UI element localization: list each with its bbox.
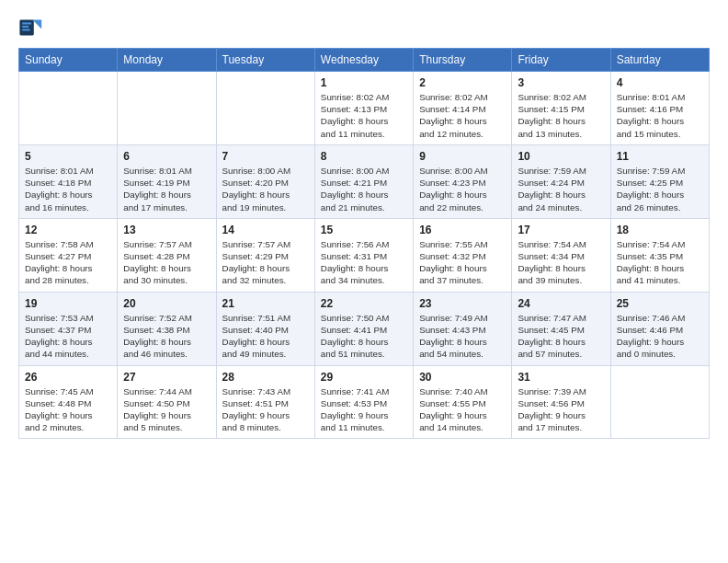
- date-number: 23: [419, 297, 506, 310]
- date-number: 5: [25, 150, 111, 163]
- cell-content: Sunrise: 8:02 AM Sunset: 4:14 PM Dayligh…: [419, 91, 506, 140]
- calendar-cell: [610, 365, 709, 439]
- day-header-monday: Monday: [118, 49, 216, 72]
- cell-content: Sunrise: 7:49 AM Sunset: 4:43 PM Dayligh…: [419, 312, 506, 361]
- date-number: 9: [419, 150, 506, 163]
- date-number: 30: [419, 371, 506, 384]
- cell-content: Sunrise: 7:59 AM Sunset: 4:24 PM Dayligh…: [518, 165, 604, 213]
- cell-content: Sunrise: 7:51 AM Sunset: 4:40 PM Dayligh…: [222, 312, 309, 361]
- date-number: 11: [617, 150, 703, 163]
- calendar-cell: 1Sunrise: 8:02 AM Sunset: 4:13 PM Daylig…: [314, 72, 413, 145]
- date-number: 18: [617, 224, 703, 236]
- svg-rect-3: [22, 29, 29, 30]
- date-number: 1: [321, 76, 407, 89]
- cell-content: Sunrise: 7:56 AM Sunset: 4:31 PM Dayligh…: [321, 238, 407, 287]
- cell-content: Sunrise: 7:55 AM Sunset: 4:32 PM Dayligh…: [419, 238, 506, 287]
- calendar-cell: 20Sunrise: 7:52 AM Sunset: 4:38 PM Dayli…: [118, 292, 216, 365]
- cell-content: Sunrise: 8:00 AM Sunset: 4:21 PM Dayligh…: [321, 165, 407, 213]
- date-number: 3: [518, 76, 604, 89]
- cell-content: Sunrise: 7:47 AM Sunset: 4:45 PM Dayligh…: [518, 312, 604, 361]
- calendar-cell: 11Sunrise: 7:59 AM Sunset: 4:25 PM Dayli…: [610, 144, 709, 218]
- calendar-cell: 28Sunrise: 7:43 AM Sunset: 4:51 PM Dayli…: [216, 365, 314, 439]
- date-number: 15: [321, 224, 407, 236]
- date-number: 13: [123, 224, 210, 236]
- date-number: 6: [123, 150, 210, 163]
- date-number: 4: [617, 76, 703, 89]
- week-row-2: 12Sunrise: 7:58 AM Sunset: 4:27 PM Dayli…: [19, 218, 710, 292]
- calendar-cell: 3Sunrise: 8:02 AM Sunset: 4:15 PM Daylig…: [512, 72, 610, 145]
- logo: [18, 15, 48, 40]
- calendar-cell: 22Sunrise: 7:50 AM Sunset: 4:41 PM Dayli…: [314, 292, 413, 365]
- page: SundayMondayTuesdayWednesdayThursdayFrid…: [0, 0, 728, 563]
- cell-content: Sunrise: 7:57 AM Sunset: 4:29 PM Dayligh…: [222, 238, 309, 287]
- week-row-0: 1Sunrise: 8:02 AM Sunset: 4:13 PM Daylig…: [19, 72, 710, 145]
- cell-content: Sunrise: 7:46 AM Sunset: 4:46 PM Dayligh…: [617, 312, 703, 361]
- calendar-cell: 16Sunrise: 7:55 AM Sunset: 4:32 PM Dayli…: [414, 218, 512, 292]
- day-header-thursday: Thursday: [414, 49, 512, 72]
- cell-content: Sunrise: 7:50 AM Sunset: 4:41 PM Dayligh…: [321, 312, 407, 361]
- svg-rect-1: [22, 22, 31, 24]
- calendar-cell: 21Sunrise: 7:51 AM Sunset: 4:40 PM Dayli…: [216, 292, 314, 365]
- calendar-cell: 19Sunrise: 7:53 AM Sunset: 4:37 PM Dayli…: [19, 292, 118, 365]
- calendar-cell: 29Sunrise: 7:41 AM Sunset: 4:53 PM Dayli…: [314, 365, 413, 439]
- cell-content: Sunrise: 8:01 AM Sunset: 4:19 PM Dayligh…: [123, 165, 210, 213]
- date-number: 31: [518, 371, 604, 384]
- cell-content: Sunrise: 8:00 AM Sunset: 4:20 PM Dayligh…: [222, 165, 309, 213]
- cell-content: Sunrise: 7:43 AM Sunset: 4:51 PM Dayligh…: [222, 385, 309, 434]
- date-number: 27: [123, 371, 210, 384]
- cell-content: Sunrise: 7:59 AM Sunset: 4:25 PM Dayligh…: [617, 165, 703, 213]
- calendar-cell: 10Sunrise: 7:59 AM Sunset: 4:24 PM Dayli…: [512, 144, 610, 218]
- date-number: 14: [222, 224, 309, 236]
- date-number: 10: [518, 150, 604, 163]
- calendar-cell: 4Sunrise: 8:01 AM Sunset: 4:16 PM Daylig…: [610, 72, 709, 145]
- calendar-table: SundayMondayTuesdayWednesdayThursdayFrid…: [18, 48, 710, 439]
- date-number: 7: [222, 150, 309, 163]
- calendar-cell: 9Sunrise: 8:00 AM Sunset: 4:23 PM Daylig…: [414, 144, 512, 218]
- cell-content: Sunrise: 8:00 AM Sunset: 4:23 PM Dayligh…: [419, 165, 506, 213]
- date-number: 22: [321, 297, 407, 310]
- calendar-cell: [118, 72, 216, 145]
- date-number: 12: [25, 224, 111, 236]
- date-number: 16: [419, 224, 506, 236]
- calendar-cell: 7Sunrise: 8:00 AM Sunset: 4:20 PM Daylig…: [216, 144, 314, 218]
- calendar-cell: 14Sunrise: 7:57 AM Sunset: 4:29 PM Dayli…: [216, 218, 314, 292]
- week-row-3: 19Sunrise: 7:53 AM Sunset: 4:37 PM Dayli…: [19, 292, 710, 365]
- date-number: 21: [222, 297, 309, 310]
- date-number: 25: [617, 297, 703, 310]
- date-number: 20: [123, 297, 210, 310]
- week-row-1: 5Sunrise: 8:01 AM Sunset: 4:18 PM Daylig…: [19, 144, 710, 218]
- cell-content: Sunrise: 7:40 AM Sunset: 4:55 PM Dayligh…: [419, 385, 506, 434]
- svg-marker-4: [32, 20, 41, 29]
- day-header-friday: Friday: [512, 49, 610, 72]
- date-number: 2: [419, 76, 506, 89]
- week-row-4: 26Sunrise: 7:45 AM Sunset: 4:48 PM Dayli…: [19, 365, 710, 439]
- calendar-cell: 23Sunrise: 7:49 AM Sunset: 4:43 PM Dayli…: [414, 292, 512, 365]
- date-number: 29: [321, 371, 407, 384]
- day-header-saturday: Saturday: [610, 49, 709, 72]
- calendar-cell: 24Sunrise: 7:47 AM Sunset: 4:45 PM Dayli…: [512, 292, 610, 365]
- calendar-cell: [19, 72, 118, 145]
- date-number: 19: [25, 297, 111, 310]
- calendar-cell: 31Sunrise: 7:39 AM Sunset: 4:56 PM Dayli…: [512, 365, 610, 439]
- calendar-cell: 8Sunrise: 8:00 AM Sunset: 4:21 PM Daylig…: [314, 144, 413, 218]
- calendar-cell: [216, 72, 314, 145]
- day-header-wednesday: Wednesday: [314, 49, 413, 72]
- cell-content: Sunrise: 7:41 AM Sunset: 4:53 PM Dayligh…: [321, 385, 407, 434]
- date-number: 28: [222, 371, 309, 384]
- calendar-cell: 6Sunrise: 8:01 AM Sunset: 4:19 PM Daylig…: [118, 144, 216, 218]
- calendar-cell: 13Sunrise: 7:57 AM Sunset: 4:28 PM Dayli…: [118, 218, 216, 292]
- cell-content: Sunrise: 7:57 AM Sunset: 4:28 PM Dayligh…: [123, 238, 210, 287]
- calendar-cell: 17Sunrise: 7:54 AM Sunset: 4:34 PM Dayli…: [512, 218, 610, 292]
- calendar-cell: 15Sunrise: 7:56 AM Sunset: 4:31 PM Dayli…: [314, 218, 413, 292]
- day-header-tuesday: Tuesday: [216, 49, 314, 72]
- cell-content: Sunrise: 8:01 AM Sunset: 4:16 PM Dayligh…: [617, 91, 703, 140]
- calendar-cell: 26Sunrise: 7:45 AM Sunset: 4:48 PM Dayli…: [19, 365, 118, 439]
- date-number: 17: [518, 224, 604, 236]
- calendar-cell: 2Sunrise: 8:02 AM Sunset: 4:14 PM Daylig…: [414, 72, 512, 145]
- cell-content: Sunrise: 8:01 AM Sunset: 4:18 PM Dayligh…: [25, 165, 111, 213]
- cell-content: Sunrise: 7:54 AM Sunset: 4:35 PM Dayligh…: [617, 238, 703, 287]
- date-number: 24: [518, 297, 604, 310]
- calendar-cell: 27Sunrise: 7:44 AM Sunset: 4:50 PM Dayli…: [118, 365, 216, 439]
- cell-content: Sunrise: 7:39 AM Sunset: 4:56 PM Dayligh…: [518, 385, 604, 434]
- cell-content: Sunrise: 8:02 AM Sunset: 4:15 PM Dayligh…: [518, 91, 604, 140]
